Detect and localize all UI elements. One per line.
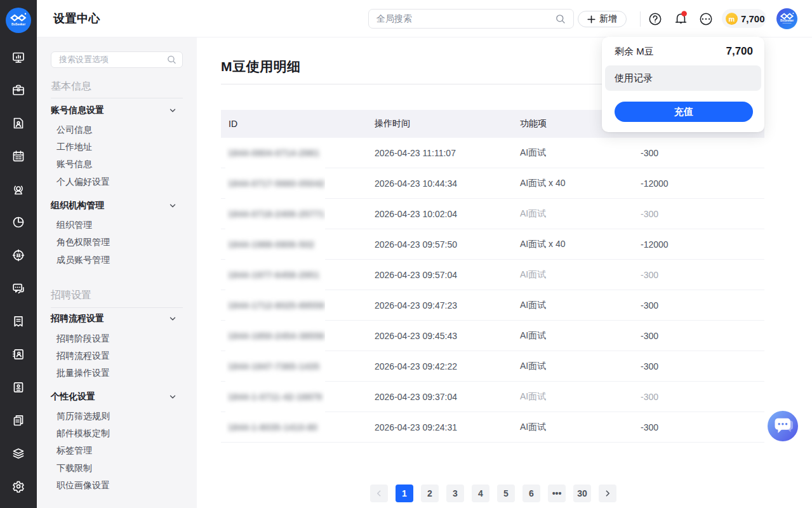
svg-text:BoSeeker: BoSeeker: [11, 23, 25, 26]
svg-text:m: m: [729, 15, 735, 23]
svg-text:BoSeeker: BoSeeker: [780, 19, 794, 22]
